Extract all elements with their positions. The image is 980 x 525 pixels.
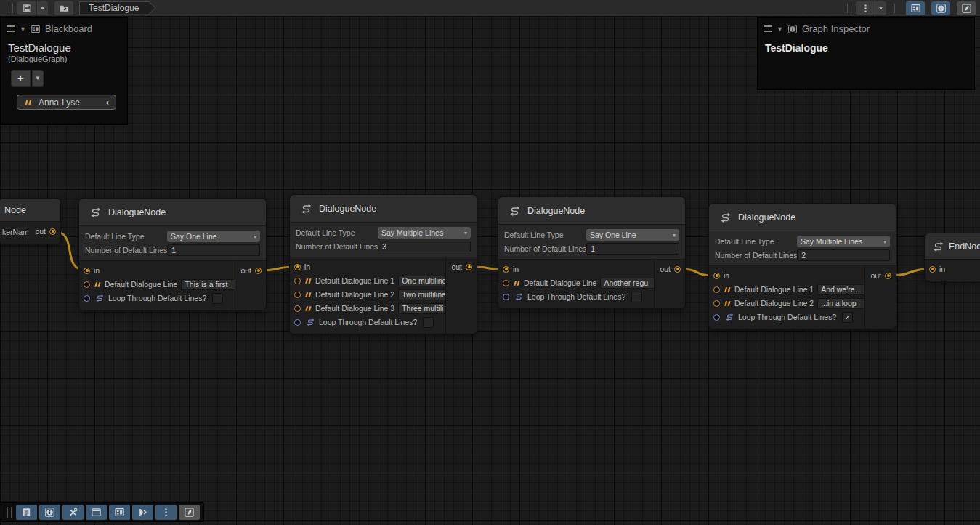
node-title: DialogueNode bbox=[738, 212, 795, 223]
chevron-left-icon[interactable]: ‹ bbox=[106, 97, 109, 108]
input-port[interactable] bbox=[294, 319, 301, 326]
overflow-menu-button[interactable] bbox=[155, 505, 177, 520]
port-label: Default Dialogue Line 3 bbox=[315, 304, 394, 313]
line-type-dropdown[interactable]: Say One Line▾ bbox=[167, 231, 260, 242]
end-node[interactable]: EndNodein bbox=[924, 233, 980, 281]
save-button[interactable] bbox=[17, 1, 36, 15]
out-port[interactable] bbox=[49, 228, 56, 235]
loop-checkbox[interactable] bbox=[423, 317, 434, 328]
blackboard-header[interactable]: ▼ Blackboard bbox=[1, 18, 127, 36]
loop-checkbox[interactable] bbox=[212, 293, 223, 304]
dialogue-line-field[interactable]: Two multiline bbox=[398, 289, 445, 300]
in-port[interactable] bbox=[929, 266, 936, 273]
input-port[interactable] bbox=[503, 280, 509, 286]
drag-handle-icon[interactable] bbox=[7, 25, 15, 32]
number-of-lines-field[interactable]: 3 bbox=[378, 241, 471, 252]
open-asset-button[interactable] bbox=[54, 1, 73, 15]
node-title-bar[interactable]: DialogueNode bbox=[498, 197, 685, 225]
in-port[interactable] bbox=[84, 268, 90, 274]
loop-checkbox[interactable]: ✓ bbox=[842, 312, 853, 323]
number-of-lines-field[interactable]: 1 bbox=[586, 243, 679, 255]
toolbar-drag-handle[interactable] bbox=[891, 4, 895, 13]
in-port[interactable] bbox=[294, 264, 301, 270]
dialogue-node-4[interactable]: DialogueNodeDefault Line TypeSay Multipl… bbox=[708, 203, 896, 329]
toggle-window-button[interactable] bbox=[86, 505, 107, 520]
toggle-graph-inspector-button[interactable] bbox=[931, 1, 950, 15]
node-title-bar[interactable]: Node bbox=[0, 199, 60, 222]
node-title-bar[interactable]: DialogueNode bbox=[290, 195, 477, 223]
loop-checkbox[interactable] bbox=[631, 292, 642, 302]
port-label: Default Dialogue Line bbox=[524, 278, 596, 287]
port-label: Loop Through Default Lines? bbox=[319, 318, 417, 326]
collapse-arrow-icon[interactable]: ▼ bbox=[777, 25, 783, 33]
toolbar-drag-handle[interactable] bbox=[847, 4, 851, 13]
dialogue-line-field[interactable]: ...in a loop bbox=[817, 298, 864, 309]
dialogue-line-field[interactable]: One multiline bbox=[398, 276, 445, 286]
node-title-bar[interactable]: DialogueNode bbox=[709, 204, 896, 231]
property-label: Default Line Type bbox=[85, 232, 167, 241]
toggle-transition-button[interactable] bbox=[132, 505, 153, 520]
number-of-lines-field[interactable]: 2 bbox=[797, 249, 890, 261]
graph-inspector-header[interactable]: ▼ Graph Inspector bbox=[758, 18, 974, 36]
toggle-live-edit-button[interactable] bbox=[957, 1, 976, 15]
out-port[interactable] bbox=[885, 273, 891, 279]
node-title: DialogueNode bbox=[527, 206, 585, 216]
property-label: Default Line Type bbox=[715, 237, 797, 246]
toggle-inspector-button[interactable] bbox=[39, 505, 60, 520]
out-port[interactable] bbox=[674, 266, 681, 273]
dialogue-node-2[interactable]: DialogueNodeDefault Line TypeSay Multipl… bbox=[289, 194, 477, 334]
node-title-bar[interactable]: DialogueNode bbox=[79, 199, 266, 226]
graph-inspector-panel[interactable]: ▼ Graph Inspector TestDialogue bbox=[757, 17, 975, 90]
input-port[interactable] bbox=[503, 294, 509, 300]
dialogue-line-field[interactable]: And we're... bbox=[817, 284, 864, 295]
add-variable-dropdown-button[interactable]: ▼ bbox=[32, 70, 44, 87]
input-port[interactable] bbox=[84, 281, 90, 288]
dialogue-node-1[interactable]: DialogueNodeDefault Line TypeSay One Lin… bbox=[78, 198, 267, 310]
in-port[interactable] bbox=[713, 273, 720, 279]
toggle-console-button[interactable] bbox=[16, 505, 37, 520]
blackboard-variable-row[interactable]: Anna-Lyse ‹ bbox=[17, 95, 116, 110]
dialogue-line-field[interactable]: Another regu bbox=[600, 278, 654, 289]
input-port[interactable] bbox=[713, 286, 720, 293]
property-label: Default Line Type bbox=[296, 228, 378, 237]
dialogue-line-field[interactable]: Three multili bbox=[398, 303, 445, 314]
scurve-icon bbox=[507, 205, 521, 217]
collapse-arrow-icon[interactable]: ▼ bbox=[20, 25, 26, 33]
out-port[interactable] bbox=[255, 268, 262, 274]
dialogue-line-field[interactable]: This is a first bbox=[181, 279, 235, 290]
chevron-down-icon: ▾ bbox=[254, 233, 256, 240]
toolbar-drag-handle[interactable] bbox=[9, 4, 13, 13]
overflow-caret-button[interactable] bbox=[875, 1, 886, 15]
in-port[interactable] bbox=[503, 266, 509, 273]
out-port[interactable] bbox=[466, 264, 472, 270]
add-variable-button[interactable]: + bbox=[11, 70, 31, 87]
quotes-icon bbox=[24, 99, 32, 106]
property-label: Default Line Type bbox=[504, 231, 586, 239]
save-options-button[interactable] bbox=[37, 1, 48, 15]
node-title-bar[interactable]: EndNode bbox=[925, 233, 980, 260]
blackboard-panel[interactable]: ▼ Blackboard TestDialogue (DialogueGraph… bbox=[0, 17, 128, 125]
toggle-live-edit-button[interactable] bbox=[179, 505, 200, 520]
toggle-tools-button[interactable] bbox=[62, 505, 84, 520]
input-port[interactable] bbox=[713, 300, 720, 307]
node-title: DialogueNode bbox=[319, 204, 376, 214]
toggle-blackboard-button[interactable] bbox=[906, 1, 925, 15]
input-port[interactable] bbox=[294, 292, 301, 298]
line-type-dropdown[interactable]: Say Multiple Lines▾ bbox=[378, 227, 471, 239]
toggle-blackboard-button[interactable] bbox=[109, 505, 130, 520]
speaker-node[interactable]: NodekerNameout bbox=[0, 198, 61, 244]
input-port[interactable] bbox=[84, 295, 90, 302]
asset-breadcrumb-tab[interactable]: TestDialogue bbox=[79, 1, 155, 15]
toolbar-drag-handle[interactable] bbox=[7, 507, 12, 518]
input-port[interactable] bbox=[294, 278, 301, 284]
node-title: DialogueNode bbox=[108, 207, 166, 217]
input-port[interactable] bbox=[713, 314, 720, 321]
number-of-lines-field[interactable]: 1 bbox=[167, 244, 260, 256]
input-port[interactable] bbox=[294, 305, 301, 312]
dialogue-node-3[interactable]: DialogueNodeDefault Line TypeSay One Lin… bbox=[498, 196, 686, 309]
line-type-dropdown[interactable]: Say Multiple Lines▾ bbox=[797, 236, 890, 247]
drag-handle-icon[interactable] bbox=[764, 25, 772, 32]
overflow-menu-button[interactable] bbox=[856, 1, 875, 15]
line-type-dropdown[interactable]: Say One Line▾ bbox=[586, 229, 679, 241]
scurve-icon bbox=[88, 207, 102, 218]
